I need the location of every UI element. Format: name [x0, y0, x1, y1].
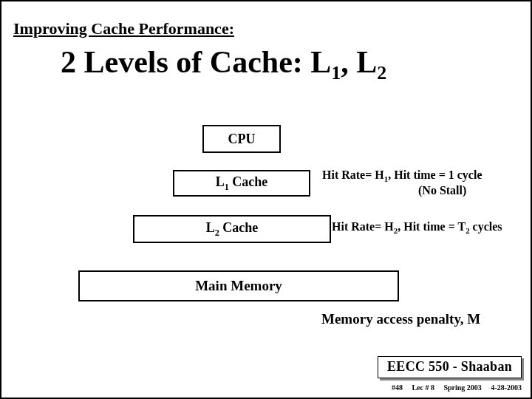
mem-label: Main Memory [195, 278, 282, 294]
l1-note-b: , Hit time = 1 cycle [388, 168, 482, 181]
l1-note: Hit Rate= H1, Hit time = 1 cycle (No Sta… [322, 168, 522, 197]
slide-heading: Improving Cache Performance: [13, 19, 234, 38]
l1-pre: L [216, 174, 225, 189]
title-text-b: , L [341, 45, 377, 79]
l1-post: Cache [229, 174, 268, 189]
memory-penalty-note: Memory access penalty, M [321, 311, 480, 327]
main-memory-box: Main Memory [78, 270, 399, 301]
title-sub-1: 1 [331, 62, 341, 83]
l2-post: Cache [219, 220, 259, 235]
l2-pre: L [206, 220, 215, 235]
l1-cache-box: L1 Cache [173, 170, 310, 197]
l2-note-c: cycles [470, 220, 502, 233]
cpu-label: CPU [228, 132, 256, 147]
title-text-a: 2 Levels of Cache: L [61, 45, 331, 79]
l1-note-a: Hit Rate= H [322, 168, 384, 181]
slide-number: #48 [392, 383, 403, 392]
l2-note-b: , Hit time = T [398, 220, 466, 233]
lecture-number: Lec # 8 [412, 383, 434, 392]
cpu-box: CPU [202, 125, 281, 153]
title-sub-2: 2 [377, 62, 386, 83]
l2-note: Hit Rate= H2, Hit time = T2 cycles [332, 220, 524, 236]
l1-label: L1 Cache [216, 174, 268, 193]
l2-note-a: Hit Rate= H [332, 220, 394, 233]
l1-note-line2: (No Stall) [322, 184, 522, 197]
date: 4-28-2003 [491, 383, 522, 392]
l2-cache-box: L2 Cache [133, 215, 331, 243]
course-badge: EECC 550 - Shaaban [378, 356, 522, 378]
l1-note-line1: Hit Rate= H1, Hit time = 1 cycle [322, 168, 522, 184]
term: Spring 2003 [443, 383, 481, 392]
footer-meta: #48 Lec # 8 Spring 2003 4-28-2003 [384, 383, 522, 392]
l2-label: L2 Cache [206, 220, 259, 239]
slide-title: 2 Levels of Cache: L1, L2 [61, 44, 386, 84]
